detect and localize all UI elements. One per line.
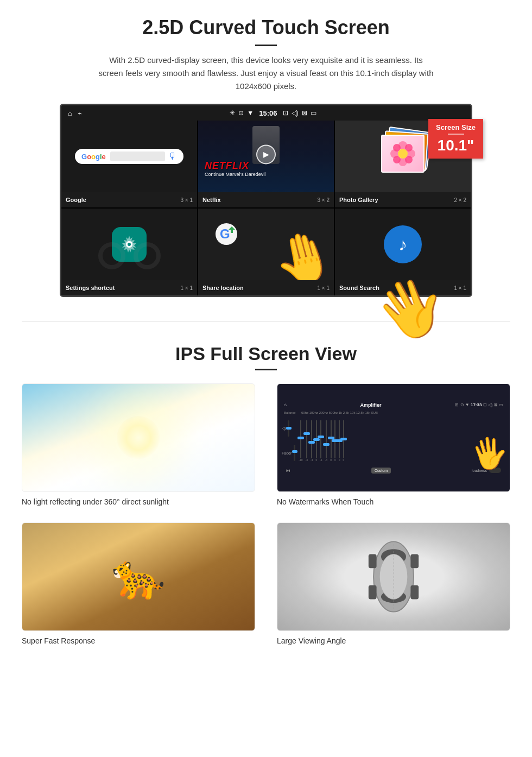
eq-slider-6: -3: [325, 420, 327, 462]
section2-title-divider: [255, 369, 277, 370]
svg-rect-24: [410, 554, 419, 568]
amp-left-controls: ◁) Fader: [282, 417, 295, 465]
home-icon[interactable]: ⌂: [68, 109, 72, 117]
cheetah-image: 🐆: [22, 522, 255, 631]
flower-icon: [389, 140, 416, 167]
netflix-app-name: Netflix: [202, 197, 221, 203]
sound-search-icon[interactable]: ♪: [384, 225, 422, 263]
sound-app-size: 1 × 1: [454, 285, 466, 291]
section2-title: IPS Full Screen View: [22, 343, 510, 364]
google-logo: Google: [81, 153, 106, 161]
maps-icon-wrapper: G: [214, 222, 238, 248]
gallery-app-size: 2 × 2: [454, 197, 466, 203]
app-cell-google[interactable]: Google 🎙 Google 3 × 1: [61, 121, 197, 207]
device-screen: ⌂ ⌁ ✳ ⊙ ▼ 15:06 ⊡ ◁) ⊠ ▭: [60, 104, 472, 297]
app-cell-netflix[interactable]: ▶ NETFLIX Continue Marvel's Daredevil Ne…: [198, 121, 334, 207]
settings-app-name: Settings shortcut: [66, 285, 115, 291]
gallery-app-name: Photo Gallery: [339, 197, 378, 203]
svg-rect-25: [369, 585, 377, 600]
status-left: ⌂ ⌁: [68, 109, 82, 117]
sound-cell-inner: ♪: [335, 209, 471, 280]
amp-eq-area: ◁) Fader: [282, 417, 505, 465]
netflix-logo: NETFLIX: [205, 160, 249, 172]
badge-size: 10.1": [436, 137, 476, 154]
google-cell-inner: Google 🎙: [61, 121, 197, 192]
window-icon: ▭: [311, 109, 316, 117]
section1-description: With 2.5D curved-display screen, this de…: [98, 54, 434, 93]
amp-rewind-icon: ⏮: [286, 468, 290, 473]
feature-amplifier: ⌂ Amplifier ⊞ ⊙ ▼ 17:33 ⊡ ◁) ⊠ ▭ Balance…: [277, 383, 510, 506]
gallery-label-row: Photo Gallery 2 × 2: [335, 192, 471, 207]
eq-slider-9: 0: [339, 420, 340, 462]
search-bar-input[interactable]: [110, 152, 165, 161]
location-icon: ⊙: [238, 109, 244, 117]
feature-sunlight: No light reflecting under 360° direct su…: [22, 383, 255, 506]
app-cell-share-location[interactable]: G 🤚 Share location 1 × 1: [198, 209, 334, 295]
section1-title-divider: [255, 45, 277, 46]
fader-control: Fader: [282, 445, 295, 461]
gallery-stack: [376, 129, 430, 184]
usb-icon: ⌁: [78, 109, 82, 117]
fader-label: Fader: [282, 451, 292, 455]
amp-hand-icon: 🖐: [468, 432, 510, 474]
google-app-size: 3 × 1: [180, 197, 193, 203]
svg-rect-23: [369, 554, 377, 568]
eq-sliders: -10 -3 -4 0 -1 -3 0 0 0 0: [299, 419, 344, 463]
netflix-cell-inner: ▶ NETFLIX Continue Marvel's Daredevil: [198, 121, 334, 192]
signal-icon: ▼: [247, 109, 254, 117]
badge-label: Screen Size: [436, 123, 476, 131]
netflix-play-button[interactable]: ▶: [256, 144, 276, 164]
amplifier-image: ⌂ Amplifier ⊞ ⊙ ▼ 17:33 ⊡ ◁) ⊠ ▭ Balance…: [277, 383, 510, 492]
balance-icon: ◁): [282, 426, 286, 431]
car-topview-svg: [361, 533, 426, 620]
volume-icon: ◁): [292, 109, 299, 117]
badge-divider: [448, 134, 464, 135]
google-app-name: Google: [66, 197, 86, 203]
svg-rect-26: [410, 585, 419, 600]
balance-slider[interactable]: [288, 420, 289, 437]
car-caption: Large Viewing Angle: [277, 636, 510, 645]
app-grid: Google 🎙 Google 3 × 1: [61, 121, 471, 295]
settings-bg: [98, 242, 161, 269]
eq-slider-3: -4: [311, 420, 313, 462]
eq-slider-5: -1: [320, 420, 322, 462]
fader-slider[interactable]: [294, 445, 295, 461]
screen-size-badge: Screen Size 10.1": [428, 119, 483, 159]
settings-cell-inner: [61, 209, 197, 280]
google-label-row: Google 3 × 1: [61, 192, 197, 207]
sun-glow: [117, 416, 160, 459]
bluetooth-icon: ✳: [230, 109, 235, 117]
amp-home-icon: ⌂: [284, 402, 287, 407]
eq-slider-10: 0: [343, 420, 344, 462]
feature-car: Large Viewing Angle: [277, 522, 510, 645]
custom-button[interactable]: Custom: [371, 468, 391, 474]
share-cell-inner: G 🤚: [198, 209, 334, 280]
eq-slider-4: 0: [315, 420, 317, 462]
section1-title: 2.5D Curved Touch Screen: [33, 16, 499, 39]
amplifier-caption: No Watermarks When Touch: [277, 497, 510, 506]
balance-control: ◁): [282, 420, 295, 437]
app-cell-settings[interactable]: Settings shortcut 1 × 1: [61, 209, 197, 295]
amp-band-labels: Balance 60hz 100hz 200hz 500hz 1k 2.5k 1…: [282, 411, 505, 414]
curved-touch-section: 2.5D Curved Touch Screen With 2.5D curve…: [0, 0, 532, 310]
google-search-bar[interactable]: Google 🎙: [75, 149, 183, 164]
cheetah-caption: Super Fast Response: [22, 636, 255, 645]
mic-icon[interactable]: 🎙: [168, 152, 177, 161]
cheetah-emoji: 🐆: [111, 551, 166, 602]
maps-g-icon: G: [214, 222, 238, 246]
status-bar: ⌂ ⌁ ✳ ⊙ ▼ 15:06 ⊡ ◁) ⊠ ▭: [61, 105, 471, 121]
amp-bottom-controls: ⏮ Custom loudness: [282, 465, 505, 474]
ips-section: IPS Full Screen View No light reflecting…: [0, 332, 532, 661]
amp-title: Amplifier: [360, 402, 382, 408]
settings-app-size: 1 × 1: [180, 285, 193, 291]
gallery-img-3: [381, 135, 425, 173]
svg-point-12: [398, 149, 408, 159]
camera-icon: ⊡: [283, 109, 288, 117]
feature-grid: No light reflecting under 360° direct su…: [22, 383, 510, 645]
share-app-size: 1 × 1: [317, 285, 330, 291]
amp-header: ⌂ Amplifier ⊞ ⊙ ▼ 17:33 ⊡ ◁) ⊠ ▭: [282, 402, 505, 408]
netflix-label-row: Netflix 3 × 2: [198, 192, 334, 207]
device-mockup: Screen Size 10.1" ⌂ ⌁ ✳ ⊙ ▼ 15:06 ⊡ ◁) ⊠: [54, 104, 478, 297]
settings-label-row: Settings shortcut 1 × 1: [61, 280, 197, 295]
balance-handle: [286, 427, 292, 430]
